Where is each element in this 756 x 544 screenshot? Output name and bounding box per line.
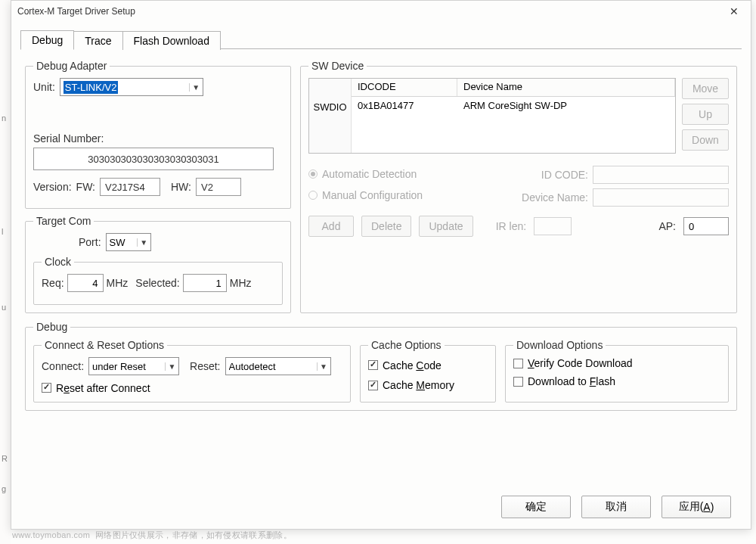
legend-target-com: Target Com [33,215,94,227]
down-button: Down [682,129,729,151]
group-cache-options: Cache Options Cache Code Cache Memory [360,339,496,403]
selected-label: Selected: [135,277,179,289]
tab-bar: Debug Trace Flash Download [20,28,742,49]
check-cache-code[interactable]: Cache Code [368,359,442,371]
titlebar: Cortex-M Target Driver Setup ✕ [11,1,751,22]
unit-value: ST-LINK/V2 [64,81,119,94]
group-download-options: Download Options Verify Code Download Do… [505,339,729,403]
idcode-label: ID CODE: [541,169,588,181]
group-debug-adapter: Debug Adapter Unit: ST-LINK/V2 ▼ Serial … [25,60,291,209]
req-field[interactable]: 4 [67,274,104,292]
tab-flash-download[interactable]: Flash Download [122,31,221,50]
legend-clock: Clock [42,256,74,268]
group-target-com: Target Com Port: SW ▼ Clock Req: [25,215,291,313]
checkbox-icon [368,381,378,390]
selected-unit: MHz [230,277,252,289]
close-icon[interactable]: ✕ [723,5,745,17]
dialog-footer: 确定 取消 应用(A) [20,488,742,529]
tab-debug[interactable]: Debug [20,30,74,50]
port-label: Port: [79,236,101,248]
chevron-down-icon: ▼ [189,83,201,92]
group-debug: Debug Connect & Reset Options Connect: u… [25,321,737,411]
add-button: Add [308,216,354,237]
connect-label: Connect: [42,360,84,372]
ap-label: AP: [658,220,676,232]
legend-connect-reset: Connect & Reset Options [42,339,167,351]
ok-button[interactable]: 确定 [501,496,571,518]
check-download-to-flash[interactable]: Download to Flash [513,375,615,387]
checkbox-icon [513,377,523,387]
update-button: Update [419,216,472,237]
legend-sw-device: SW Device [308,60,367,72]
connect-select[interactable]: under Reset ▼ [88,357,179,375]
radio-icon [308,191,318,200]
req-unit: MHz [107,277,129,289]
legend-debug-adapter: Debug Adapter [33,60,110,72]
group-clock: Clock Req: 4 MHz Selected: 1 MHz [33,256,283,305]
serial-label: Serial Number: [33,132,283,145]
check-reset-after-connect[interactable]: Reset after Connect [42,382,150,394]
window-title: Cortex-M Target Driver Setup [17,6,723,17]
apply-button[interactable]: 应用(A) [662,496,731,518]
idcode-field [593,166,729,184]
serial-number-field: 303030303030303030303031 [33,148,274,170]
unit-select[interactable]: ST-LINK/V2 ▼ [60,78,203,96]
fw-label: FW: [76,181,95,193]
reset-label: Reset: [190,360,220,372]
irlen-field [534,217,572,235]
selected-field: 1 [183,274,227,292]
cancel-button[interactable]: 取消 [581,496,651,518]
checkbox-icon [42,383,51,393]
col-device-name: Device Name [457,79,675,96]
table-row[interactable]: 0x1BA01477 ARM CoreSight SW-DP [352,97,675,117]
hw-field: V2 [196,178,241,196]
checkbox-icon [513,359,523,368]
check-verify-code-download[interactable]: Verify Code Download [513,357,633,369]
chevron-down-icon: ▼ [317,362,329,371]
delete-button: Delete [361,216,411,237]
device-name-field [593,188,729,207]
chevron-down-icon: ▼ [137,238,149,247]
background-strip: n l u R g [0,0,11,544]
legend-download-options: Download Options [513,339,606,351]
tab-trace[interactable]: Trace [73,31,122,50]
version-label: Version: [33,181,72,193]
page-footer-note: www.toymoban.com 网络图片仅供展示，非存储，如有侵权请联系删除。 [12,530,292,541]
unit-label: Unit: [33,81,55,93]
ap-field[interactable]: 0 [683,217,729,235]
dialog-cortex-m-target-driver-setup: Cortex-M Target Driver Setup ✕ Debug Tra… [11,0,751,530]
chevron-down-icon: ▼ [165,362,177,371]
hw-label: HW: [171,181,191,193]
legend-cache-options: Cache Options [368,339,445,351]
up-button: Up [682,104,729,125]
legend-debug: Debug [33,321,70,333]
move-button: Move [682,78,729,99]
checkbox-icon [368,360,378,370]
radio-icon [308,169,318,179]
sw-device-table: SWDIO IDCODE Device Name 0x1BA01477 ARM … [308,78,676,154]
group-sw-device: SW Device SWDIO IDCODE Device Name [300,60,737,313]
radio-automatic-detection: Automatic Detection [308,168,417,180]
fw-field: V2J17S4 [100,178,160,196]
sw-row-header: SWDIO [309,79,352,153]
req-label: Req: [42,277,64,289]
device-name-label: Device Name: [522,191,588,204]
radio-manual-configuration: Manual Configuration [308,189,423,201]
reset-select[interactable]: Autodetect ▼ [225,357,331,375]
col-idcode: IDCODE [352,79,457,96]
port-select[interactable]: SW ▼ [106,233,151,251]
cell-device-name: ARM CoreSight SW-DP [457,97,675,117]
cell-idcode: 0x1BA01477 [352,97,457,117]
irlen-label: IR len: [496,220,526,232]
group-connect-reset: Connect & Reset Options Connect: under R… [33,339,351,403]
check-cache-memory[interactable]: Cache Memory [368,379,454,391]
